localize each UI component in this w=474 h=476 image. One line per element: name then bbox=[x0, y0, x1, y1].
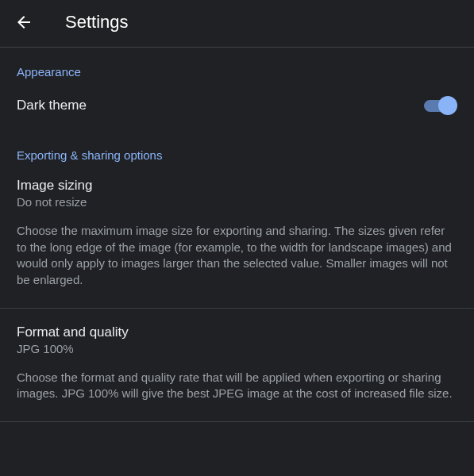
format-quality-description: Choose the format and quality rate that … bbox=[17, 370, 457, 402]
settings-header: Settings bbox=[0, 0, 474, 48]
page-title: Settings bbox=[65, 12, 129, 33]
image-sizing-description: Choose the maximum image size for export… bbox=[17, 223, 457, 289]
format-quality-setting[interactable]: Format and quality JPG 100% Choose the f… bbox=[0, 309, 474, 422]
exporting-section-header: Exporting & sharing options bbox=[0, 131, 474, 162]
image-sizing-value: Do not resize bbox=[17, 195, 457, 209]
back-button[interactable] bbox=[14, 13, 33, 32]
dark-theme-toggle[interactable] bbox=[424, 94, 457, 117]
appearance-section-header: Appearance bbox=[0, 48, 474, 79]
format-quality-value: JPG 100% bbox=[17, 342, 457, 355]
toggle-thumb bbox=[438, 96, 457, 115]
image-sizing-title: Image sizing bbox=[17, 178, 457, 194]
format-quality-title: Format and quality bbox=[17, 324, 457, 340]
dark-theme-setting[interactable]: Dark theme bbox=[0, 79, 474, 131]
arrow-back-icon bbox=[14, 12, 33, 33]
image-sizing-setting[interactable]: Image sizing Do not resize Choose the ma… bbox=[0, 162, 474, 309]
dark-theme-label: Dark theme bbox=[17, 98, 87, 113]
